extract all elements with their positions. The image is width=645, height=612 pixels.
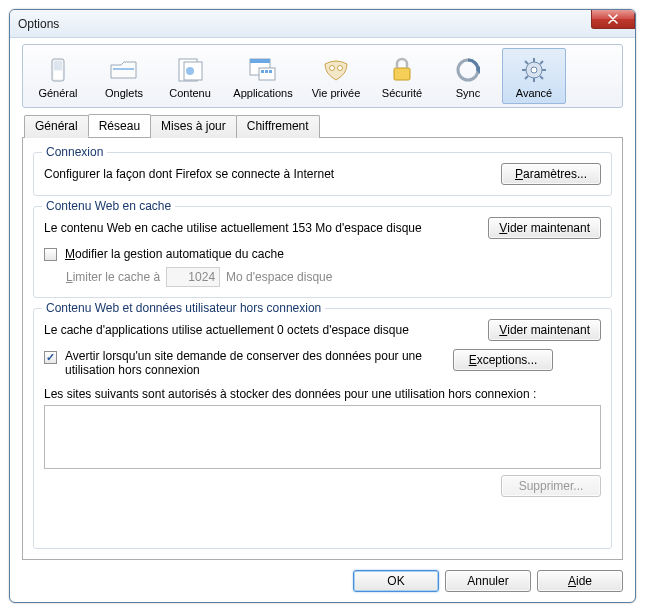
offline-clear-button[interactable]: Vider maintenant [488, 319, 601, 341]
svg-rect-11 [265, 70, 268, 73]
offline-exceptions-button[interactable]: Exceptions... [453, 349, 553, 371]
network-panel: Connexion Configurer la façon dont Firef… [22, 138, 623, 560]
offline-sites-label: Les sites suivants sont autorisés à stoc… [44, 387, 601, 401]
dialog-buttons: OK Annuler Aide [22, 570, 623, 592]
category-label: Sécurité [382, 87, 422, 99]
svg-point-6 [186, 67, 194, 75]
tab-encryption[interactable]: Chiffrement [236, 115, 320, 138]
offline-legend: Contenu Web et données utilisateur hors … [42, 301, 325, 315]
close-button[interactable] [591, 10, 635, 29]
cache-limit-row: Limiter le cache à Mo d'espace disque [44, 267, 601, 287]
svg-point-19 [531, 67, 537, 73]
category-label: Général [38, 87, 77, 99]
mask-icon [321, 53, 351, 87]
options-dialog: Options Général Onglets [9, 9, 636, 603]
category-label: Onglets [105, 87, 143, 99]
category-label: Vie privée [312, 87, 361, 99]
category-tabs[interactable]: Onglets [92, 48, 156, 104]
svg-rect-10 [261, 70, 264, 73]
window-grid-icon [247, 53, 279, 87]
svg-line-27 [525, 76, 528, 79]
help-button[interactable]: Aide [537, 570, 623, 592]
close-icon [608, 14, 618, 24]
window-title: Options [18, 17, 59, 31]
svg-rect-15 [394, 68, 410, 80]
advanced-tabstrip: Général Réseau Mises à jour Chiffrement [22, 114, 623, 138]
svg-line-25 [540, 76, 543, 79]
svg-rect-2 [54, 71, 62, 79]
category-sync[interactable]: Sync [436, 48, 500, 104]
category-advanced[interactable]: Avancé [502, 48, 566, 104]
category-label: Avancé [516, 87, 553, 99]
gear-icon [519, 53, 549, 87]
offline-remove-button[interactable]: Supprimer... [501, 475, 601, 497]
switch-icon [44, 53, 72, 87]
category-toolbar: Général Onglets Contenu [22, 44, 623, 108]
category-label: Applications [233, 87, 292, 99]
category-applications[interactable]: Applications [224, 48, 302, 104]
folder-icon [109, 53, 139, 87]
cache-override-checkbox[interactable] [44, 248, 57, 261]
sync-icon [454, 53, 482, 87]
cache-limit-suffix: Mo d'espace disque [226, 270, 332, 284]
cache-clear-button[interactable]: Vider maintenant [488, 217, 601, 239]
connection-legend: Connexion [42, 145, 107, 159]
tab-general[interactable]: Général [24, 115, 89, 138]
cancel-button[interactable]: Annuler [445, 570, 531, 592]
offline-notify-label[interactable]: Avertir lorsqu'un site demande de conser… [65, 349, 445, 377]
cache-group: Contenu Web en cache Le contenu Web en c… [33, 206, 612, 298]
cache-limit-input[interactable] [166, 267, 220, 287]
svg-point-14 [338, 66, 343, 71]
ok-button[interactable]: OK [353, 570, 439, 592]
offline-usage-text: Le cache d'applications utilise actuelle… [44, 323, 480, 337]
cache-limit-prefix: Limiter le cache à [66, 270, 160, 284]
lock-icon [389, 53, 415, 87]
cache-usage-text: Le contenu Web en cache utilise actuelle… [44, 221, 480, 235]
category-label: Sync [456, 87, 480, 99]
category-privacy[interactable]: Vie privée [304, 48, 368, 104]
svg-rect-1 [54, 61, 62, 70]
cache-legend: Contenu Web en cache [42, 199, 175, 213]
connection-group: Connexion Configurer la façon dont Firef… [33, 152, 612, 196]
cache-override-label[interactable]: Modifier la gestion automatique du cache [65, 247, 284, 261]
offline-notify-checkbox[interactable] [44, 351, 57, 364]
svg-line-24 [525, 61, 528, 64]
category-general[interactable]: Général [26, 48, 90, 104]
connection-desc: Configurer la façon dont Firefox se conn… [44, 167, 493, 181]
svg-rect-12 [269, 70, 272, 73]
category-label: Contenu [169, 87, 211, 99]
category-security[interactable]: Sécurité [370, 48, 434, 104]
svg-rect-8 [250, 59, 270, 63]
document-icon [175, 53, 205, 87]
svg-rect-3 [113, 68, 134, 70]
connection-settings-button[interactable]: Paramètres... [501, 163, 601, 185]
titlebar: Options [10, 10, 635, 38]
tab-network[interactable]: Réseau [88, 114, 151, 137]
category-content[interactable]: Contenu [158, 48, 222, 104]
svg-point-13 [330, 66, 335, 71]
offline-group: Contenu Web et données utilisateur hors … [33, 308, 612, 549]
offline-sites-listbox[interactable] [44, 405, 601, 469]
svg-line-26 [540, 61, 543, 64]
svg-rect-9 [259, 68, 275, 80]
tab-updates[interactable]: Mises à jour [150, 115, 237, 138]
